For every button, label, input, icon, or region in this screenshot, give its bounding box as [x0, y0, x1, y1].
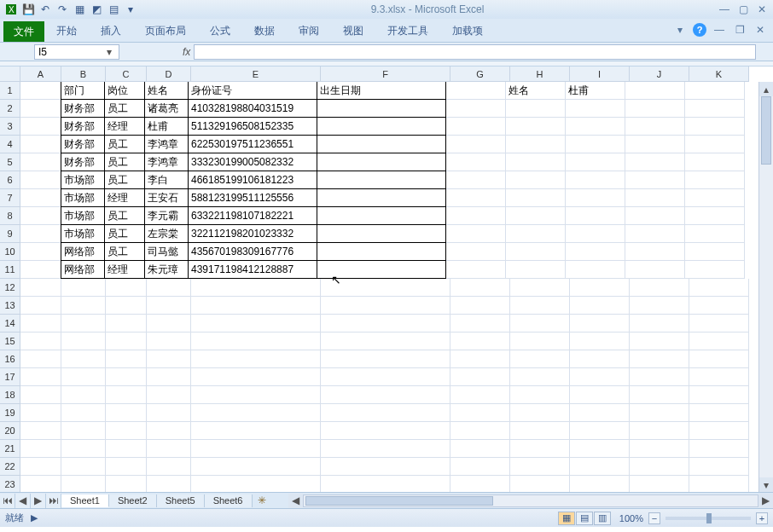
cell-G15[interactable]	[450, 332, 510, 350]
cell-D12[interactable]	[147, 279, 191, 297]
cell-I22[interactable]	[570, 458, 630, 476]
zoom-slider[interactable]	[665, 517, 751, 520]
cell-B14[interactable]	[61, 315, 106, 332]
cell-C5[interactable]: 员工	[104, 153, 145, 171]
row-header[interactable]: 21	[0, 440, 20, 458]
cell-F12[interactable]	[321, 279, 450, 297]
cell-H23[interactable]	[510, 476, 570, 492]
col-header-A[interactable]: A	[20, 66, 61, 82]
row-header[interactable]: 10	[0, 243, 20, 261]
cell-H18[interactable]	[510, 386, 570, 404]
save-icon[interactable]: 💾	[20, 2, 36, 17]
cell-C14[interactable]	[106, 315, 147, 332]
cell-D6[interactable]: 李白	[144, 171, 189, 189]
cell-I5[interactable]	[566, 153, 625, 171]
macro-record-icon[interactable]: ▶	[31, 512, 38, 523]
vertical-scrollbar[interactable]: ▴ ▾	[758, 82, 773, 492]
sheet-nav-next-icon[interactable]: ▶	[31, 494, 46, 508]
cell-C17[interactable]	[106, 368, 147, 386]
cell-A5[interactable]	[20, 153, 61, 171]
cell-K1[interactable]	[685, 82, 745, 100]
cell-K19[interactable]	[689, 404, 749, 422]
cell-C7[interactable]: 经理	[104, 188, 145, 207]
ribbon-tab-5[interactable]: 审阅	[287, 20, 331, 42]
cell-E21[interactable]	[191, 440, 321, 458]
row-header[interactable]: 3	[0, 118, 20, 136]
cell-J20[interactable]	[630, 422, 689, 440]
cell-H19[interactable]	[510, 404, 570, 422]
col-header-G[interactable]: G	[450, 66, 510, 82]
cell-A1[interactable]	[20, 82, 61, 100]
cell-J19[interactable]	[630, 404, 689, 422]
cell-J5[interactable]	[625, 153, 685, 171]
cell-E12[interactable]	[191, 279, 321, 297]
cell-G19[interactable]	[450, 404, 510, 422]
cell-F7[interactable]	[317, 188, 446, 207]
cell-E14[interactable]	[191, 315, 321, 332]
ribbon-tab-7[interactable]: 开发工具	[375, 20, 440, 42]
sheet-tab-Sheet5[interactable]: Sheet5	[157, 494, 205, 507]
cell-D8[interactable]: 李元霸	[144, 206, 189, 225]
zoom-out-button[interactable]: −	[648, 512, 660, 524]
cell-E10[interactable]: 435670198309167776	[188, 242, 317, 261]
cell-J7[interactable]	[625, 189, 685, 207]
row-header[interactable]: 8	[0, 207, 20, 225]
cell-E22[interactable]	[191, 458, 321, 476]
row-header[interactable]: 14	[0, 315, 20, 332]
cell-G18[interactable]	[450, 386, 510, 404]
cell-B11[interactable]: 网络部	[61, 260, 105, 279]
col-header-H[interactable]: H	[510, 66, 570, 82]
cell-J1[interactable]	[625, 82, 685, 100]
file-tab[interactable]: 文件	[3, 21, 44, 42]
row-header[interactable]: 4	[0, 136, 20, 153]
cell-G20[interactable]	[450, 422, 510, 440]
cell-G22[interactable]	[450, 458, 510, 476]
cell-E17[interactable]	[191, 368, 321, 386]
cell-C1[interactable]: 岗位	[104, 82, 145, 100]
cell-J16[interactable]	[630, 350, 689, 368]
cell-I13[interactable]	[570, 297, 630, 315]
formula-input[interactable]	[194, 44, 756, 60]
cell-G10[interactable]	[446, 243, 506, 261]
cell-G21[interactable]	[450, 440, 510, 458]
cell-H22[interactable]	[510, 458, 570, 476]
cell-E9[interactable]: 322112198201023332	[188, 224, 317, 243]
cell-K23[interactable]	[689, 476, 749, 492]
cell-I12[interactable]	[570, 279, 630, 297]
row-header[interactable]: 16	[0, 350, 20, 368]
cell-H4[interactable]	[506, 136, 566, 153]
cell-E3[interactable]: 511329196508152335	[188, 117, 317, 136]
cell-C11[interactable]: 经理	[104, 260, 145, 279]
cell-B18[interactable]	[61, 386, 106, 404]
cell-D16[interactable]	[147, 350, 191, 368]
horizontal-scrollbar[interactable]: ◀ ▶	[288, 494, 774, 508]
row-header[interactable]: 12	[0, 279, 20, 297]
cell-F2[interactable]	[317, 99, 446, 118]
cell-J6[interactable]	[625, 171, 685, 189]
cell-J23[interactable]	[630, 476, 689, 492]
row-header[interactable]: 17	[0, 368, 20, 386]
cell-K15[interactable]	[689, 332, 749, 350]
cell-F13[interactable]	[321, 297, 450, 315]
cell-K7[interactable]	[685, 189, 745, 207]
cell-B22[interactable]	[61, 458, 106, 476]
cell-K6[interactable]	[685, 171, 745, 189]
cell-G8[interactable]	[446, 207, 506, 225]
row-header[interactable]: 2	[0, 100, 20, 118]
cell-F14[interactable]	[321, 315, 450, 332]
cell-E8[interactable]: 633221198107182221	[188, 206, 317, 225]
cell-I4[interactable]	[566, 136, 625, 153]
cell-K21[interactable]	[689, 440, 749, 458]
cell-C23[interactable]	[106, 476, 147, 492]
cell-C2[interactable]: 员工	[104, 99, 145, 118]
cell-J4[interactable]	[625, 136, 685, 153]
row-header[interactable]: 15	[0, 332, 20, 350]
ribbon-tab-3[interactable]: 公式	[198, 20, 242, 42]
cell-F23[interactable]	[321, 476, 450, 492]
cell-E6[interactable]: 466185199106181223	[188, 171, 317, 189]
cell-G4[interactable]	[446, 136, 506, 153]
cell-K20[interactable]	[689, 422, 749, 440]
scroll-down-icon[interactable]: ▾	[759, 477, 773, 492]
cell-H9[interactable]	[506, 225, 566, 243]
undo-icon[interactable]: ↶	[38, 2, 53, 17]
